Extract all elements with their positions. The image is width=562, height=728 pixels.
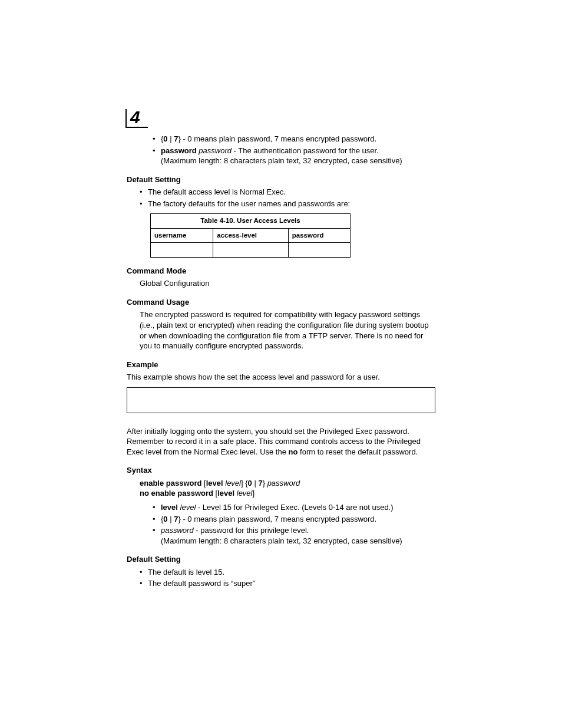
table-caption: Table 4-10. User Access Levels bbox=[150, 213, 351, 228]
password-bold: password bbox=[161, 146, 197, 155]
s1d: level bbox=[223, 479, 241, 487]
heading-command-mode: Command Mode bbox=[127, 266, 435, 276]
sb3b: - password for this privilege level. bbox=[194, 526, 309, 535]
s1g: | bbox=[252, 479, 259, 487]
ds2-item2: The default password is “super” bbox=[140, 578, 435, 589]
heading-command-usage: Command Usage bbox=[127, 297, 435, 308]
content: {0 | 7} - 0 means plain password, 7 mean… bbox=[127, 134, 435, 589]
heading-syntax: Syntax bbox=[127, 465, 435, 476]
ds1-item1: The default access level is Normal Exec. bbox=[140, 187, 435, 197]
syntax-block: enable password [level level] {0 | 7} pa… bbox=[140, 478, 435, 499]
ds2-item1: The default is level 15. bbox=[140, 567, 435, 578]
default-setting-2-list: The default is level 15. The default pas… bbox=[140, 567, 435, 589]
password-ital: password bbox=[197, 146, 232, 155]
s1a: enable password bbox=[140, 479, 201, 487]
heading-example: Example bbox=[127, 360, 435, 370]
syntax-bullet-list: level level - Level 15 for Privileged Ex… bbox=[153, 502, 435, 546]
password-desc: - The authentication password for the us… bbox=[232, 146, 379, 155]
param-password: password password - The authentication p… bbox=[153, 146, 435, 166]
td-empty bbox=[213, 243, 288, 258]
th-access-level: access-level bbox=[213, 228, 288, 243]
sb1a: level bbox=[161, 503, 178, 512]
sb-level: level level - Level 15 for Privileged Ex… bbox=[153, 502, 435, 513]
ds1-item2: The factory defaults for the user names … bbox=[140, 199, 435, 209]
s2a: no enable password bbox=[140, 489, 213, 498]
heading-default-setting-1: Default Setting bbox=[127, 174, 435, 185]
td-empty bbox=[151, 243, 213, 258]
s1c: level bbox=[206, 479, 223, 487]
table-row bbox=[151, 243, 351, 258]
param-0-7-desc: 0 means plain password, 7 means encrypte… bbox=[187, 134, 376, 143]
s1h: 7 bbox=[258, 479, 262, 487]
command-mode-text: Global Configuration bbox=[140, 278, 435, 289]
sb-07: {0 | 7} - 0 means plain password, 7 mean… bbox=[153, 514, 435, 525]
sb2rest: 0 means plain password, 7 means encrypte… bbox=[187, 515, 376, 523]
zero: 0 bbox=[163, 134, 167, 143]
user-access-levels-table: Table 4-10. User Access Levels username … bbox=[150, 213, 351, 258]
intro-b: form to reset the default password. bbox=[297, 447, 418, 456]
parameter-list-top: {0 | 7} - 0 means plain password, 7 mean… bbox=[153, 134, 435, 166]
sb3c: (Maximum length: 8 characters plain text… bbox=[161, 536, 435, 546]
sb1b: level bbox=[178, 503, 196, 512]
heading-default-setting-2: Default Setting bbox=[127, 554, 435, 565]
brace-close: } - bbox=[178, 134, 187, 143]
sb3a: password bbox=[161, 526, 194, 535]
s1e: ] { bbox=[241, 479, 248, 487]
password-note: (Maximum length: 8 characters plain text… bbox=[161, 156, 435, 166]
s1i: } bbox=[263, 479, 267, 487]
sb1c: - Level 15 for Privileged Exec. (Levels … bbox=[196, 503, 393, 512]
s2e: ] bbox=[253, 489, 255, 498]
command-usage-text: The encrypted password is required for c… bbox=[140, 309, 435, 351]
param-0-7: {0 | 7} - 0 means plain password, 7 mean… bbox=[153, 134, 435, 144]
sb2close: } - bbox=[178, 515, 187, 523]
td-empty bbox=[288, 243, 350, 258]
th-username: username bbox=[151, 228, 213, 243]
table-header-row: username access-level password bbox=[151, 228, 351, 243]
pipe: | bbox=[168, 134, 174, 143]
s1b: [ bbox=[201, 479, 206, 487]
syntax-line-1: enable password [level level] {0 | 7} pa… bbox=[140, 478, 435, 489]
th-password: password bbox=[288, 228, 350, 243]
default-setting-1-list: The default access level is Normal Exec.… bbox=[140, 187, 435, 209]
s2c: level bbox=[217, 489, 234, 498]
intro-no: no bbox=[289, 447, 298, 456]
chapter-mark: 4 bbox=[125, 109, 148, 128]
example-text: This example shows how the set the acces… bbox=[127, 372, 435, 383]
sb2pipe: | bbox=[168, 515, 174, 523]
sb2zero: 0 bbox=[163, 515, 167, 523]
table-wrap: Table 4-10. User Access Levels username … bbox=[150, 213, 435, 258]
sb-password: password - password for this privilege l… bbox=[153, 525, 435, 546]
enable-password-intro: After initially logging onto the system,… bbox=[127, 426, 435, 457]
s2d: level bbox=[234, 489, 252, 498]
s1j: password bbox=[267, 479, 300, 487]
syntax-line-2: no enable password [level level] bbox=[140, 488, 435, 499]
page: 4 {0 | 7} - 0 means plain password, 7 me… bbox=[0, 0, 562, 728]
s1f: 0 bbox=[248, 479, 252, 487]
chapter-number: 4 bbox=[130, 106, 140, 130]
example-code-box bbox=[127, 387, 435, 413]
